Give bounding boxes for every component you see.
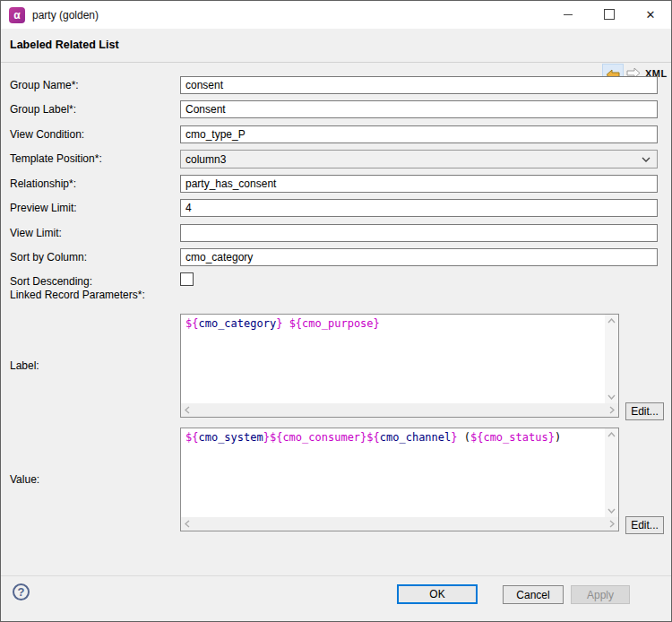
sort-by-column-input[interactable] xyxy=(180,248,658,266)
scroll-left-icon xyxy=(185,520,190,528)
view-limit-input[interactable] xyxy=(180,224,658,242)
scroll-up-icon xyxy=(607,432,616,437)
sort-by-column-label: Sort by Column: xyxy=(10,251,87,264)
value-edit-button[interactable]: Edit... xyxy=(625,516,664,534)
group-label-input[interactable] xyxy=(180,100,658,118)
preview-limit-label: Preview Limit: xyxy=(10,202,77,215)
view-condition-label: View Condition: xyxy=(10,128,84,142)
close-icon: ✕ xyxy=(646,9,656,21)
cancel-button[interactable]: Cancel xyxy=(503,585,564,604)
value-vertical-scrollbar[interactable] xyxy=(605,428,618,517)
chevron-down-icon xyxy=(642,156,650,163)
template-position-select[interactable]: column3 xyxy=(180,150,658,168)
sort-descending-checkbox[interactable] xyxy=(180,272,194,286)
scroll-up-icon xyxy=(607,318,616,324)
group-name-label: Group Name*: xyxy=(10,79,79,92)
maximize-icon xyxy=(604,9,615,20)
scroll-down-icon xyxy=(607,508,616,514)
group-name-input[interactable] xyxy=(180,76,658,94)
dialog-header: Labeled Related List XML xyxy=(1,29,671,63)
value-horizontal-scrollbar[interactable] xyxy=(181,517,618,531)
value-field-label: Value: xyxy=(10,473,39,487)
label-vertical-scrollbar[interactable] xyxy=(605,315,618,403)
template-position-value: column3 xyxy=(185,153,226,166)
scroll-right-icon xyxy=(609,520,615,528)
ok-button[interactable]: OK xyxy=(397,584,478,604)
scroll-right-icon xyxy=(609,406,615,414)
page-title: Labeled Related List xyxy=(10,39,119,51)
window-title: party (golden) xyxy=(32,9,99,22)
help-button[interactable]: ? xyxy=(13,583,30,600)
view-limit-label: View Limit: xyxy=(10,227,62,240)
template-position-label: Template Position*: xyxy=(10,152,102,166)
minimize-icon xyxy=(564,14,573,15)
view-condition-input[interactable] xyxy=(180,125,658,143)
sort-descending-label: Sort Descending: xyxy=(10,275,92,289)
maximize-button[interactable] xyxy=(589,1,630,28)
scroll-down-icon xyxy=(607,394,616,400)
help-icon: ? xyxy=(18,585,25,599)
footer-separator xyxy=(1,575,671,576)
label-horizontal-scrollbar[interactable] xyxy=(181,403,618,417)
value-template-textarea[interactable]: ${cmo_system}${cmo_consumer}${cmo_channe… xyxy=(180,428,619,531)
apply-button[interactable]: Apply xyxy=(571,585,630,604)
label-edit-button[interactable]: Edit... xyxy=(625,402,664,420)
label-template-text: ${cmo_category} ${cmo_purpose} xyxy=(181,315,605,403)
close-button[interactable]: ✕ xyxy=(630,1,671,28)
scroll-left-icon xyxy=(185,406,190,414)
linked-record-parameters-label: Linked Record Parameters*: xyxy=(10,289,145,302)
app-icon: α xyxy=(9,7,25,23)
title-bar: α party (golden) ✕ xyxy=(1,1,671,29)
label-template-textarea[interactable]: ${cmo_category} ${cmo_purpose} xyxy=(180,314,619,418)
preview-limit-input[interactable] xyxy=(180,199,658,217)
relationship-label: Relationship*: xyxy=(10,177,76,191)
minimize-button[interactable] xyxy=(547,1,589,28)
dialog-window: α party (golden) ✕ Labeled Related List … xyxy=(0,0,672,622)
label-field-label: Label: xyxy=(10,359,39,373)
value-template-text: ${cmo_system}${cmo_consumer}${cmo_channe… xyxy=(181,428,605,517)
group-label-label: Group Label*: xyxy=(10,103,76,117)
relationship-input[interactable] xyxy=(180,175,658,193)
